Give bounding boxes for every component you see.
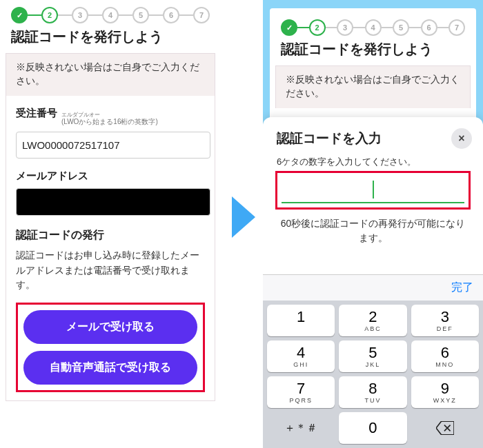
- arrow-icon: [232, 196, 255, 238]
- key-4[interactable]: 4GHI: [267, 340, 335, 372]
- code-entry-modal: 認証コードを入力 × 6ケタの数字を入力してください。 60秒後に認証コードの再…: [263, 117, 483, 448]
- keyboard-done-button[interactable]: 完了: [263, 274, 483, 301]
- key-5[interactable]: 5JKL: [339, 340, 406, 372]
- step-5: 5: [132, 7, 149, 23]
- step-7: 7: [193, 7, 210, 23]
- order-number-label: 受注番号: [16, 107, 57, 120]
- reflect-notice: ※反映されない場合はご自身でご入力ください。: [6, 53, 215, 96]
- key-2[interactable]: 2ABC: [339, 305, 406, 336]
- text-cursor-icon: [373, 181, 374, 198]
- order-number-input[interactable]: [16, 132, 210, 159]
- receive-by-email-button[interactable]: メールで受け取る: [23, 310, 197, 344]
- issue-section-title: 認証コードの発行: [16, 228, 205, 243]
- backspace-icon[interactable]: [411, 412, 479, 444]
- step-4: 4: [102, 7, 119, 23]
- order-number-hint: エルダブルオー (LWOから始まる16桁の英数字): [61, 112, 158, 127]
- numeric-keypad: 完了 1 2ABC3DEF4GHI5JKL6MNO7PQRS8TUV9WXYZ＋…: [263, 274, 483, 448]
- email-input[interactable]: [16, 188, 210, 216]
- modal-title: 認証コードを入力: [277, 130, 382, 147]
- code-input-highlight: [275, 171, 471, 210]
- page-title: 認証コードを発行しよう: [270, 39, 476, 65]
- key-0[interactable]: 0: [339, 412, 406, 444]
- modal-subtitle: 6ケタの数字を入力してください。: [263, 156, 483, 168]
- key-3[interactable]: 3DEF: [411, 305, 479, 336]
- key-1[interactable]: 1: [267, 305, 335, 336]
- step-7: 7: [448, 19, 465, 36]
- step-6: 6: [421, 19, 437, 36]
- email-label: メールアドレス: [16, 170, 88, 183]
- step-6: 6: [163, 7, 179, 23]
- step-3: 3: [72, 7, 88, 23]
- progress-steps: ✓234567: [0, 0, 221, 26]
- code-input[interactable]: [282, 177, 464, 203]
- page-title: 認証コードを発行しよう: [0, 26, 221, 53]
- progress-steps: ✓234567: [270, 8, 476, 39]
- reflect-notice: ※反映されない場合はご自身でご入力ください。: [275, 65, 471, 108]
- issue-description: 認証コードはお申し込み時に登録したメールアドレスまたは電話番号で受け取れます。: [16, 248, 205, 293]
- step-3: 3: [337, 19, 353, 36]
- receive-buttons-group: メールで受け取る 自動音声通話で受け取る: [16, 303, 205, 392]
- step-5: 5: [393, 19, 409, 36]
- close-icon[interactable]: ×: [451, 128, 472, 149]
- key-6[interactable]: 6MNO: [411, 340, 479, 372]
- reissue-notice: 60秒後に認証コードの再発行が可能になります。: [263, 210, 483, 245]
- key-7[interactable]: 7PQRS: [267, 376, 335, 408]
- step-1: ✓: [281, 19, 297, 36]
- key-symbols[interactable]: ＋＊＃: [267, 412, 335, 444]
- receive-by-voice-button[interactable]: 自動音声通話で受け取る: [23, 351, 197, 385]
- step-2: 2: [309, 19, 326, 36]
- key-8[interactable]: 8TUV: [339, 376, 406, 408]
- step-4: 4: [365, 19, 382, 36]
- step-1: ✓: [11, 7, 28, 23]
- step-2: 2: [41, 7, 58, 23]
- key-9[interactable]: 9WXYZ: [411, 376, 479, 408]
